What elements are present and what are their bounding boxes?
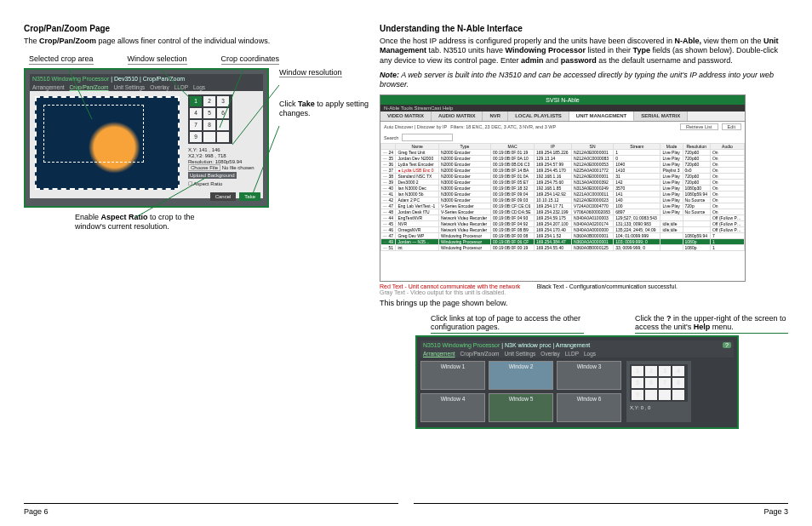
figure-arrangement: N3510 Windowing Processor | N3K window p… (415, 335, 739, 429)
choose-file-button[interactable]: Choose File (188, 164, 220, 171)
legend: Red Text - Unit cannot communicate with … (380, 283, 788, 295)
note-nable: Note: A web server is built into the N35… (380, 71, 788, 90)
nable-tabs[interactable]: VIDEO MATRIXAUDIO MATRIXNVRLOCAL PLAYLIS… (380, 111, 745, 122)
t: The (24, 37, 39, 45)
figure-nable: SVSI N-Able N-Able Tools StreamCast Help… (380, 94, 746, 282)
xy: X,Y: 141 , 146 (188, 147, 260, 152)
page-number-right: Page 3 (763, 507, 788, 516)
retrieve-button[interactable]: Retrieve List (680, 123, 718, 130)
take-button[interactable]: Take (239, 192, 260, 201)
tab[interactable]: Overlay (540, 351, 559, 357)
window-selector[interactable]: 123 456 78 9 (188, 94, 232, 144)
aspect-checkbox[interactable]: Aspect Ratio (193, 181, 222, 186)
unit-table[interactable]: NameTypeMACIPSNStreamModeResolutionAudio… (380, 143, 745, 251)
callout-take: Click Take to apply setting changes. (279, 100, 381, 118)
arr-selector[interactable]: 1234 5678 9 (630, 364, 688, 402)
callout-window-selection: Window selection (128, 54, 187, 65)
t: page allows finer control of the individ… (96, 37, 270, 45)
nable-menu[interactable]: N-Able Tools StreamCast Help (380, 105, 745, 111)
window-grid[interactable]: Window 1 Window 2 Window 3 Window 4 Wind… (420, 361, 621, 422)
tab[interactable]: Unit Settings (504, 351, 535, 357)
tab[interactable]: LLDP (174, 84, 188, 90)
arr-title: N3510 Windowing Processor | N3K window p… (420, 340, 734, 350)
search-label: Search (384, 135, 398, 140)
callout-help: Click the ? in the upper-right of the sc… (635, 314, 788, 334)
tab[interactable]: Arrangement (423, 351, 455, 357)
heading-cpz: Crop/Pan/Zoom Page (24, 24, 363, 33)
heading-nable: Understanding the N-Able Interface (380, 24, 788, 33)
search-input[interactable] (402, 134, 453, 141)
callout-window-resolution: Window resolution (279, 68, 342, 77)
callout-config-links: Click links at top of page to access the… (431, 314, 584, 334)
t: No file chosen (222, 165, 254, 170)
t: N3510 Windowing Processor (32, 76, 109, 82)
t: Crop/Pan/Zoom (143, 76, 185, 82)
help-icon[interactable]: ? (723, 342, 731, 348)
tab[interactable]: Crop/Pan/Zoom (70, 84, 109, 90)
para-nable: Once the host IP address is configured p… (380, 37, 788, 66)
tab[interactable]: LLDP (565, 351, 579, 357)
t: Crop/Pan/Zoom (39, 37, 96, 45)
para-brings-up: This brings up the page shown below. (380, 299, 788, 308)
cancel-button[interactable]: Cancel (210, 192, 237, 201)
page-number-left: Page 6 (24, 507, 49, 516)
tab-bar: Arrangement Crop/Pan/Zoom Unit Settings … (30, 83, 263, 91)
window-title: N3510 Windowing Processor | Dev3510 | Cr… (30, 74, 263, 83)
crop-preview[interactable] (35, 96, 180, 190)
tab[interactable]: Logs (193, 84, 205, 90)
callout-aspect: Enable Aspect Ratio to crop to the windo… (75, 213, 203, 232)
edit-button[interactable]: Edit (722, 123, 741, 130)
tab[interactable]: Crop/Pan/Zoom (460, 351, 500, 357)
t[interactable]: Auto Discover | Discover by IP (384, 124, 447, 129)
arr-xy: X,Y: 0 , 0 (630, 405, 688, 410)
intro-cpz: The Crop/Pan/Zoom page allows finer cont… (24, 37, 363, 46)
t: Filters: 18 ENC, 23 DEC, 3 ATC, 3 NVR, a… (450, 124, 556, 129)
figure-cpz: N3510 Windowing Processor | Dev3510 | Cr… (24, 68, 269, 208)
tab[interactable]: Unit Settings (113, 84, 145, 90)
t: Dev3510 (114, 76, 138, 82)
nable-title: SVSI N-Able (380, 95, 745, 105)
callout-crop-area: Selected crop area (29, 54, 94, 65)
callout-crop-coords: Crop coordinates (221, 54, 280, 65)
upload-button[interactable]: Upload Background (188, 172, 237, 179)
tab[interactable]: Overlay (150, 84, 169, 90)
tab[interactable]: Logs (584, 351, 596, 357)
xy2: X2,Y2: 998 , 718 (188, 153, 260, 158)
tab[interactable]: Arrangement (32, 84, 65, 90)
